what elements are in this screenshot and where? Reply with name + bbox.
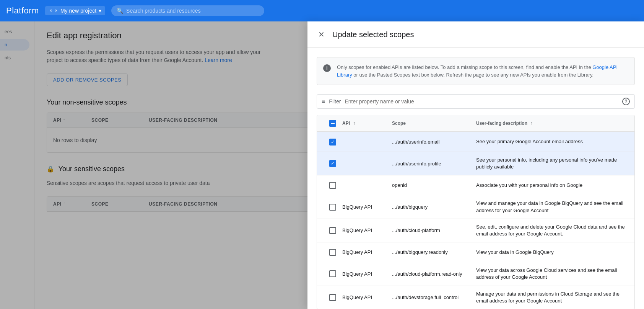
filter-input[interactable] bbox=[345, 98, 618, 105]
table-row: BigQuery API .../auth/bigquery.readonly … bbox=[317, 242, 634, 262]
search-bar[interactable]: 🔍 bbox=[111, 5, 264, 16]
info-text: Only scopes for enabled APIs are listed … bbox=[337, 64, 628, 78]
row-checkbox-cell bbox=[323, 160, 342, 167]
project-selector[interactable]: ⚬⚬ My new project ▾ bbox=[45, 6, 105, 15]
row-checkbox-cell bbox=[323, 270, 342, 277]
modal-title: Update selected scopes bbox=[332, 30, 414, 39]
row-checkbox[interactable] bbox=[329, 160, 336, 167]
row-checkbox-cell bbox=[323, 294, 342, 301]
project-dropdown-icon: ▾ bbox=[99, 8, 101, 14]
desc-cell: See your primary Google Account email ad… bbox=[476, 138, 628, 145]
row-checkbox[interactable] bbox=[329, 139, 336, 146]
row-checkbox[interactable] bbox=[329, 182, 336, 189]
row-checkbox[interactable] bbox=[329, 270, 336, 277]
scopes-table: API ↑ Scope User-facing description ↑ bbox=[317, 115, 635, 309]
platform-logo: Platform bbox=[6, 6, 39, 16]
desc-cell: See your personal info, including any pe… bbox=[476, 157, 628, 170]
row-checkbox[interactable] bbox=[329, 249, 336, 256]
scope-cell: openid bbox=[392, 182, 476, 188]
col-api-header: API ↑ bbox=[342, 121, 392, 126]
header-checkbox-cell bbox=[323, 120, 342, 127]
scope-cell: .../auth/cloud-platform.read-only bbox=[392, 271, 476, 277]
scope-cell: .../auth/bigquery.readonly bbox=[392, 249, 476, 255]
modal-body: i Only scopes for enabled APIs are liste… bbox=[307, 48, 644, 309]
table-row: BigQuery API .../auth/cloud-platform See… bbox=[317, 219, 634, 242]
scope-cell: .../auth/userinfo.profile bbox=[392, 161, 476, 167]
api-cell: BigQuery API bbox=[342, 227, 392, 233]
row-checkbox-cell bbox=[323, 182, 342, 189]
close-icon: ✕ bbox=[318, 30, 325, 39]
search-icon: 🔍 bbox=[117, 8, 123, 14]
select-all-checkbox[interactable] bbox=[329, 120, 336, 127]
api-cell: BigQuery API bbox=[342, 249, 392, 255]
search-input[interactable] bbox=[126, 8, 259, 14]
filter-label: Filter bbox=[329, 98, 341, 105]
row-checkbox-cell bbox=[323, 204, 342, 211]
info-icon: i bbox=[323, 64, 331, 72]
main-layout: ees n nts Edit app registration Scopes e… bbox=[0, 21, 644, 309]
row-checkbox[interactable] bbox=[329, 227, 336, 234]
row-checkbox[interactable] bbox=[329, 294, 336, 301]
row-checkbox-cell bbox=[323, 139, 342, 146]
desc-cell: Associate you with your personal info on… bbox=[476, 182, 628, 189]
project-name: My new project bbox=[60, 8, 96, 14]
desc-cell: View and manage your data in Google BigQ… bbox=[476, 200, 628, 214]
api-cell: BigQuery API bbox=[342, 204, 392, 210]
api-cell: BigQuery API bbox=[342, 294, 392, 300]
filter-help-icon[interactable]: ? bbox=[622, 98, 630, 105]
scope-cell: .../auth/userinfo.email bbox=[392, 139, 476, 145]
api-sort-arrow[interactable]: ↑ bbox=[353, 121, 355, 126]
row-checkbox-cell bbox=[323, 227, 342, 234]
modal-close-button[interactable]: ✕ bbox=[317, 29, 326, 40]
desc-cell: View your data across Google Cloud servi… bbox=[476, 267, 628, 281]
row-checkbox-cell bbox=[323, 249, 342, 256]
desc-cell: Manage your data and permissions in Clou… bbox=[476, 291, 628, 304]
modal-panel: ✕ Update selected scopes i Only scopes f… bbox=[307, 21, 644, 309]
desc-cell: See, edit, configure and delete your Goo… bbox=[476, 224, 628, 237]
scope-cell: .../auth/devstorage.full_control bbox=[392, 294, 476, 300]
table-row: BigQuery API .../auth/cloud-platform.rea… bbox=[317, 262, 634, 286]
desc-cell: View your data in Google BigQuery bbox=[476, 249, 628, 256]
row-checkbox[interactable] bbox=[329, 204, 336, 211]
col-scope-header: Scope bbox=[392, 121, 476, 126]
col-desc-header: User-facing description ↑ bbox=[476, 121, 628, 126]
filter-bar[interactable]: ≡ Filter ? bbox=[317, 94, 635, 109]
project-dots-icon: ⚬⚬ bbox=[49, 8, 58, 14]
info-box: i Only scopes for enabled APIs are liste… bbox=[317, 57, 635, 85]
filter-icon: ≡ bbox=[322, 98, 325, 105]
topbar: Platform ⚬⚬ My new project ▾ 🔍 bbox=[0, 0, 644, 21]
table-row: BigQuery API .../auth/bigquery View and … bbox=[317, 195, 634, 219]
modal-overlay: ✕ Update selected scopes i Only scopes f… bbox=[0, 21, 644, 309]
table-row: .../auth/userinfo.email See your primary… bbox=[317, 132, 634, 152]
table-row: BigQuery API .../auth/devstorage.full_co… bbox=[317, 286, 634, 309]
api-cell: BigQuery API bbox=[342, 271, 392, 277]
modal-header: ✕ Update selected scopes bbox=[307, 21, 644, 48]
scope-cell: .../auth/bigquery bbox=[392, 204, 476, 210]
desc-sort-arrow[interactable]: ↑ bbox=[530, 121, 533, 126]
table-row: openid Associate you with your personal … bbox=[317, 175, 634, 195]
table-row: .../auth/userinfo.profile See your perso… bbox=[317, 152, 634, 175]
scopes-table-header: API ↑ Scope User-facing description ↑ bbox=[317, 115, 634, 132]
scope-cell: .../auth/cloud-platform bbox=[392, 227, 476, 233]
